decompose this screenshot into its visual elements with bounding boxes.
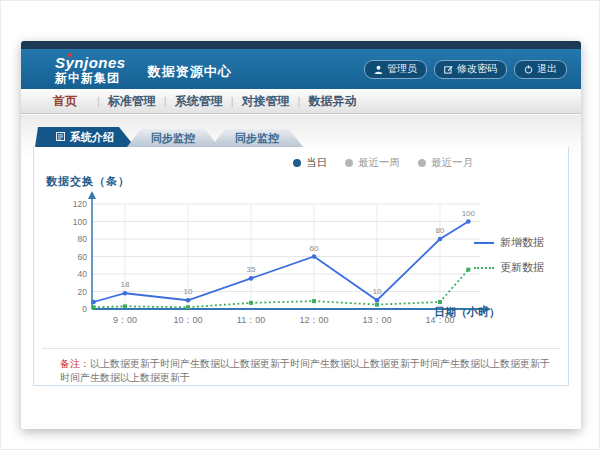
brand-logo[interactable]: Synjones 新中新集团 xyxy=(55,55,126,84)
svg-text:13：00: 13：00 xyxy=(362,315,391,325)
period-filter: 当日 最近一周 最近一月 xyxy=(293,156,473,170)
logout-button[interactable]: 退出 xyxy=(514,60,567,79)
y-axis-title: 数据交换（条） xyxy=(46,174,130,189)
svg-text:35: 35 xyxy=(247,265,256,274)
radio-dot-icon xyxy=(345,159,353,167)
edit-icon xyxy=(444,65,453,74)
svg-text:20: 20 xyxy=(78,287,88,297)
svg-text:12：00: 12：00 xyxy=(299,315,328,325)
svg-text:10: 10 xyxy=(373,287,382,296)
svg-text:60: 60 xyxy=(310,244,319,253)
svg-text:120: 120 xyxy=(73,199,87,209)
svg-text:18: 18 xyxy=(121,280,130,289)
document-grid-icon xyxy=(56,131,65,143)
user-icon xyxy=(374,65,383,74)
footnote-prefix: 备注： xyxy=(60,358,90,369)
admin-user-button[interactable]: 管理员 xyxy=(364,60,427,79)
period-option-last-month[interactable]: 最近一月 xyxy=(418,156,473,170)
period-option-last-week[interactable]: 最近一周 xyxy=(345,156,400,170)
svg-text:60: 60 xyxy=(78,252,88,262)
svg-text:100: 100 xyxy=(462,209,476,218)
tab-system-intro[interactable]: 系统介绍 xyxy=(35,127,135,147)
header-actions: 管理员 修改密码 退出 xyxy=(364,60,567,79)
chart-container: 9：0010：0011：0012：0013：0014：0002040608010… xyxy=(40,189,500,339)
nav-item-data-change[interactable]: 数据异动 xyxy=(300,93,364,110)
svg-text:11：00: 11：00 xyxy=(237,315,265,325)
svg-text:10：00: 10：00 xyxy=(173,315,202,325)
chart-legend: 新增数据 更新数据 xyxy=(474,235,552,285)
svg-text:0: 0 xyxy=(82,304,87,314)
footnote: 备注：以上数据更新于时间产生数据以上数据更新于时间产生数据以上数据更新于时间产生… xyxy=(60,357,552,385)
period-label: 当日 xyxy=(306,156,327,170)
logo-accent-dot xyxy=(68,53,72,57)
tab-sync-monitor-2[interactable]: 同步监控 xyxy=(211,129,303,147)
logo-text-en: Synjones xyxy=(55,55,126,70)
change-password-label: 修改密码 xyxy=(457,62,497,76)
svg-text:80: 80 xyxy=(436,226,445,235)
legend-label: 更新数据 xyxy=(500,260,544,275)
chart-panel: 当日 最近一周 最近一月 数据交换（条） 9：0010：0011：0012：00… xyxy=(33,147,569,386)
app-header: Synjones 新中新集团 数据资源中心 管理员 修改密码 xyxy=(21,49,581,89)
period-label: 最近一月 xyxy=(431,156,473,170)
svg-text:9：00: 9：00 xyxy=(113,315,137,325)
svg-text:10: 10 xyxy=(184,287,193,296)
tab-label: 同步监控 xyxy=(151,131,195,146)
legend-item-new-data: 新增数据 xyxy=(474,235,552,250)
x-axis-title: 日期（小时） xyxy=(434,305,500,320)
radio-dot-icon xyxy=(293,159,301,167)
admin-user-label: 管理员 xyxy=(387,62,417,76)
logout-label: 退出 xyxy=(537,62,557,76)
page-title: 数据资源中心 xyxy=(148,63,232,81)
footnote-text: 以上数据更新于时间产生数据以上数据更新于时间产生数据以上数据更新于时间产生数据以… xyxy=(60,358,550,383)
legend-item-updated-data: 更新数据 xyxy=(474,260,552,275)
svg-text:100: 100 xyxy=(73,217,87,227)
main-nav: 首页 | 标准管理 | 系统管理 | 对接管理 | 数据异动 xyxy=(21,89,581,114)
solid-line-swatch-icon xyxy=(474,242,494,244)
line-chart: 9：0010：0011：0012：0013：0014：0002040608010… xyxy=(40,189,500,339)
tab-label: 同步监控 xyxy=(235,131,279,146)
nav-item-interface-mgmt[interactable]: 对接管理 xyxy=(234,93,298,110)
app-window: Synjones 新中新集团 数据资源中心 管理员 修改密码 xyxy=(21,41,581,429)
power-icon xyxy=(524,65,533,74)
tab-sync-monitor-1[interactable]: 同步监控 xyxy=(127,129,219,147)
change-password-button[interactable]: 修改密码 xyxy=(434,60,507,79)
dotted-line-swatch-icon xyxy=(474,267,494,269)
note-divider xyxy=(42,348,560,349)
svg-text:80: 80 xyxy=(78,234,88,244)
legend-label: 新增数据 xyxy=(500,235,544,250)
nav-item-standard-mgmt[interactable]: 标准管理 xyxy=(100,93,164,110)
svg-text:40: 40 xyxy=(78,269,88,279)
tab-label: 系统介绍 xyxy=(70,130,114,145)
window-top-strip xyxy=(21,41,581,49)
period-label: 最近一周 xyxy=(358,156,400,170)
page-background: Synjones 新中新集团 数据资源中心 管理员 修改密码 xyxy=(0,0,600,450)
nav-item-system-mgmt[interactable]: 系统管理 xyxy=(167,93,231,110)
logo-text-cn: 新中新集团 xyxy=(55,72,126,84)
nav-item-home[interactable]: 首页 xyxy=(33,93,97,110)
period-option-today[interactable]: 当日 xyxy=(293,156,327,170)
radio-dot-icon xyxy=(418,159,426,167)
content-area: 系统介绍 同步监控 同步监控 当日 最近一周 xyxy=(21,115,581,429)
